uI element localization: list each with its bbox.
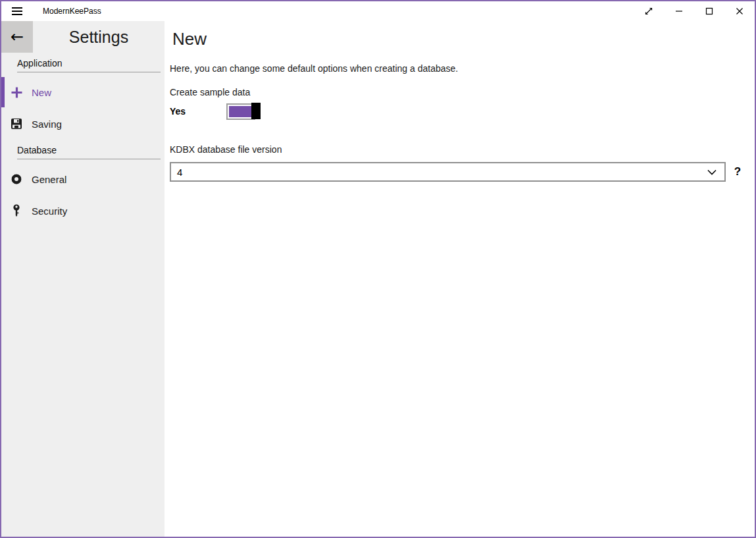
sidebar-item-security[interactable]: Security [1, 195, 164, 227]
settings-sidebar: ← Settings Application New [1, 21, 164, 537]
page-description: Here, you can change some default option… [170, 63, 745, 74]
sidebar-item-label: Security [32, 205, 67, 217]
key-icon [10, 204, 23, 217]
back-button[interactable]: ← [1, 21, 33, 53]
page-title: New [172, 28, 745, 50]
save-icon [10, 117, 23, 130]
titlebar: ModernKeePass [1, 1, 755, 21]
sidebar-item-label: Saving [32, 119, 62, 130]
combobox-value: 4 [177, 167, 182, 178]
close-button[interactable] [724, 1, 755, 21]
fullscreen-button[interactable] [634, 1, 664, 21]
window-controls [634, 1, 755, 21]
sidebar-item-general[interactable]: General [1, 163, 164, 195]
minimize-icon [675, 7, 683, 15]
chevron-down-icon [707, 169, 717, 175]
sidebar-item-label: New [32, 87, 51, 98]
nav-group-database: General Security [1, 163, 164, 227]
kdbx-version-row: 4 ? [170, 162, 745, 182]
maximize-icon [705, 7, 713, 15]
close-icon [736, 7, 743, 15]
sidebar-item-saving[interactable]: Saving [1, 108, 164, 140]
nav-group-application: New Saving [1, 76, 164, 140]
toggle-state-label: Yes [170, 106, 226, 117]
maximize-button[interactable] [694, 1, 724, 21]
minimize-button[interactable] [664, 1, 694, 21]
kdbx-version-label: KDBX database file version [170, 144, 745, 155]
app-title: ModernKeePass [43, 7, 101, 16]
back-arrow-icon: ← [11, 28, 24, 46]
sidebar-title: Settings [33, 28, 164, 47]
sidebar-header: ← Settings [1, 21, 164, 53]
create-sample-data-label: Create sample data [170, 86, 745, 98]
plus-icon [10, 86, 23, 99]
help-button[interactable]: ? [730, 165, 745, 178]
section-label-application: Application [17, 58, 161, 72]
hamburger-icon [12, 7, 22, 15]
section-label-database: Database [17, 145, 161, 159]
app-window: ModernKeePass [0, 0, 756, 538]
main-content: New Here, you can change some default op… [164, 21, 755, 537]
toggle-thumb[interactable] [251, 103, 261, 119]
sidebar-item-new[interactable]: New [1, 76, 164, 108]
gear-icon [10, 173, 23, 186]
hamburger-menu-button[interactable] [1, 1, 33, 21]
fullscreen-icon [644, 7, 653, 16]
create-sample-data-row: Yes [170, 102, 745, 120]
kdbx-version-combobox[interactable]: 4 [170, 162, 726, 182]
sidebar-item-label: General [32, 174, 66, 185]
create-sample-data-toggle[interactable] [226, 103, 261, 120]
